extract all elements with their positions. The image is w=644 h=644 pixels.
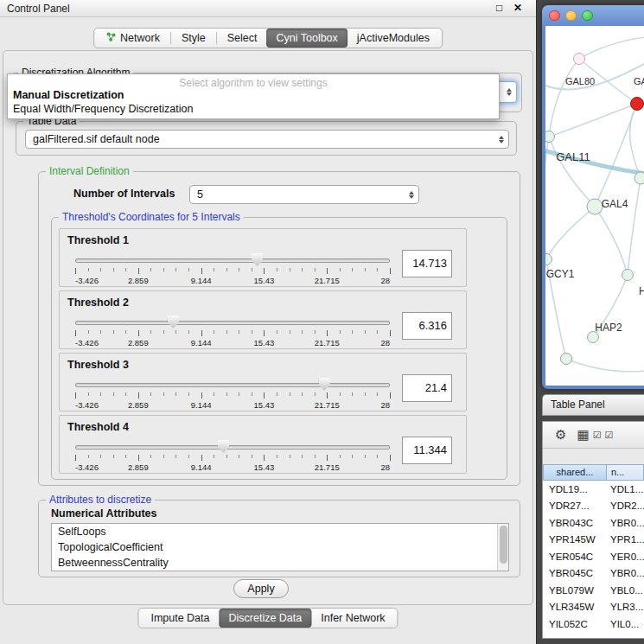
cell-shared-name[interactable]: YBL079W bbox=[543, 585, 606, 596]
cell-name[interactable]: YLR3... bbox=[606, 602, 644, 612]
table-row[interactable]: YDL19...YDL1... bbox=[543, 481, 644, 498]
cell-shared-name[interactable]: YIL052C bbox=[543, 619, 606, 629]
list-scrollbar[interactable] bbox=[497, 524, 508, 571]
table-row[interactable]: YBR043CYBR0... bbox=[543, 514, 644, 532]
cell-shared-name[interactable]: YBR045C bbox=[543, 568, 606, 578]
network-node[interactable] bbox=[561, 354, 572, 365]
attribute-list-item[interactable]: TopologicalCoefficient bbox=[52, 539, 508, 555]
network-edge[interactable] bbox=[595, 104, 637, 207]
cell-name[interactable]: YPR1... bbox=[606, 534, 644, 545]
checkbox-icon[interactable]: ☑ bbox=[605, 430, 614, 441]
cell-name[interactable]: YBR0... bbox=[606, 568, 644, 578]
cell-shared-name[interactable]: YER054C bbox=[543, 552, 606, 562]
network-edge[interactable] bbox=[545, 137, 549, 259]
slider-tick bbox=[100, 392, 101, 396]
tab-discretize-data[interactable]: Discretize Data bbox=[220, 609, 312, 628]
tab-impute-data[interactable]: Impute Data bbox=[141, 609, 219, 628]
network-node[interactable] bbox=[622, 270, 634, 281]
network-canvas[interactable]: GAL80GAGAL11GAL4GCY1HHAP2 bbox=[545, 26, 644, 386]
network-edge[interactable] bbox=[595, 207, 628, 275]
cell-name[interactable]: YDR2... bbox=[606, 501, 644, 511]
column-header-name[interactable]: n... bbox=[606, 464, 644, 481]
slider-track[interactable] bbox=[75, 258, 390, 263]
close-traffic-light-icon[interactable] bbox=[549, 10, 560, 22]
table-row[interactable]: YPR145WYPR1... bbox=[543, 532, 644, 549]
tab-select[interactable]: Select bbox=[218, 29, 267, 48]
cell-name[interactable]: YDL1... bbox=[606, 484, 644, 494]
attribute-list-item[interactable]: BetweennessCentrality bbox=[52, 555, 508, 571]
slider-tick bbox=[113, 268, 114, 271]
slider-thumb[interactable] bbox=[168, 316, 179, 328]
cell-shared-name[interactable]: YDR27... bbox=[543, 501, 606, 511]
network-edge[interactable] bbox=[549, 137, 595, 207]
cell-name[interactable]: YBL0... bbox=[606, 585, 644, 596]
network-node[interactable] bbox=[587, 199, 603, 214]
network-edge[interactable] bbox=[546, 207, 595, 259]
numerical-attributes-list[interactable]: SelfLoopsTopologicalCoefficientBetweenne… bbox=[51, 523, 509, 571]
cell-shared-name[interactable]: YPR145W bbox=[543, 534, 606, 545]
cell-name[interactable]: YIL0... bbox=[606, 619, 644, 629]
slider-tick bbox=[138, 455, 139, 461]
table-row[interactable]: YBL079WYBL0... bbox=[543, 582, 644, 599]
cell-shared-name[interactable]: YBR043C bbox=[543, 518, 606, 528]
gear-icon[interactable]: ⚙ bbox=[555, 427, 566, 443]
slider-tick bbox=[277, 455, 277, 458]
slider-thumb[interactable] bbox=[319, 378, 330, 391]
table-row[interactable]: YBR045CYBR0... bbox=[543, 565, 644, 583]
slider-track[interactable] bbox=[75, 445, 390, 450]
cell-name[interactable]: YER0... bbox=[606, 552, 644, 562]
tab-network[interactable]: Network bbox=[97, 29, 169, 48]
network-node[interactable] bbox=[545, 131, 555, 143]
threshold-slider[interactable]: -3.4262.8599.14415.4321.71528 bbox=[75, 253, 390, 286]
apply-button[interactable]: Apply bbox=[233, 579, 289, 598]
zoom-traffic-light-icon[interactable] bbox=[582, 10, 593, 22]
table-row[interactable]: YLR345WYLR3... bbox=[543, 599, 644, 616]
minimize-traffic-light-icon[interactable] bbox=[565, 10, 577, 22]
network-node[interactable] bbox=[545, 254, 552, 265]
network-edge[interactable] bbox=[630, 104, 641, 178]
scrollbar-thumb[interactable] bbox=[500, 526, 507, 564]
columns-icon[interactable]: ▦ bbox=[577, 427, 589, 443]
network-edge[interactable] bbox=[579, 36, 644, 59]
slider-thumb[interactable] bbox=[252, 253, 263, 266]
threshold-value-field[interactable]: 6.316 bbox=[402, 312, 452, 340]
cell-shared-name[interactable]: YLR345W bbox=[543, 602, 606, 612]
tab-jactivemodules[interactable]: jActiveModules bbox=[348, 29, 439, 48]
dropdown-option-equal-width-frequency[interactable]: Equal Width/Frequency Discretization bbox=[13, 103, 193, 115]
attribute-list-item[interactable]: SelfLoops bbox=[52, 524, 508, 539]
number-of-intervals-select[interactable]: 5 bbox=[189, 185, 419, 204]
slider-thumb[interactable] bbox=[218, 440, 229, 453]
network-edge[interactable] bbox=[628, 178, 641, 275]
table-panel-header[interactable]: Table Panel bbox=[542, 394, 644, 416]
table-data-group: Table Data galFiltered.sif default node bbox=[16, 121, 517, 156]
cell-shared-name[interactable]: YDL19... bbox=[543, 484, 606, 494]
slider-track[interactable] bbox=[75, 383, 390, 387]
network-node[interactable] bbox=[574, 54, 585, 65]
column-header-shared-name[interactable]: shared... bbox=[543, 464, 606, 481]
tab-infer-network[interactable]: Infer Network bbox=[311, 609, 394, 628]
threshold-slider[interactable]: -3.4262.8599.14415.4321.71528 bbox=[75, 440, 390, 473]
dropdown-option-manual-discretization[interactable]: Manual Discretization bbox=[13, 89, 124, 101]
threshold-slider[interactable]: -3.4262.8599.14415.4321.71528 bbox=[75, 378, 390, 411]
threshold-slider[interactable]: -3.4262.8599.14415.4321.71528 bbox=[75, 316, 390, 348]
network-node[interactable] bbox=[634, 172, 644, 184]
table-row[interactable]: YIL052CYIL0... bbox=[543, 615, 644, 633]
tab-style[interactable]: Style bbox=[172, 29, 215, 48]
network-node[interactable] bbox=[631, 98, 644, 111]
network-edge[interactable] bbox=[549, 59, 579, 137]
close-window-icon[interactable]: ✕ bbox=[513, 2, 522, 14]
threshold-value-field[interactable]: 14.713 bbox=[402, 250, 452, 277]
slider-tick bbox=[226, 392, 227, 396]
table-data-select[interactable]: galFiltered.sif default node bbox=[25, 130, 509, 149]
checkbox-icon[interactable]: ☑ bbox=[593, 430, 602, 441]
threshold-value-field[interactable]: 21.4 bbox=[402, 374, 452, 402]
float-window-icon[interactable]: □ bbox=[496, 2, 502, 14]
slider-track[interactable] bbox=[75, 321, 390, 325]
table-row[interactable]: YER054CYER0... bbox=[543, 548, 644, 565]
tab-cyni-toolbox[interactable]: Cyni Toolbox bbox=[266, 29, 347, 48]
table-row[interactable]: YDR27...YDR2... bbox=[543, 498, 644, 515]
network-edge[interactable] bbox=[566, 359, 644, 372]
network-edge[interactable] bbox=[549, 104, 637, 137]
cell-name[interactable]: YBR0... bbox=[606, 518, 644, 528]
threshold-value-field[interactable]: 11.344 bbox=[402, 437, 452, 464]
